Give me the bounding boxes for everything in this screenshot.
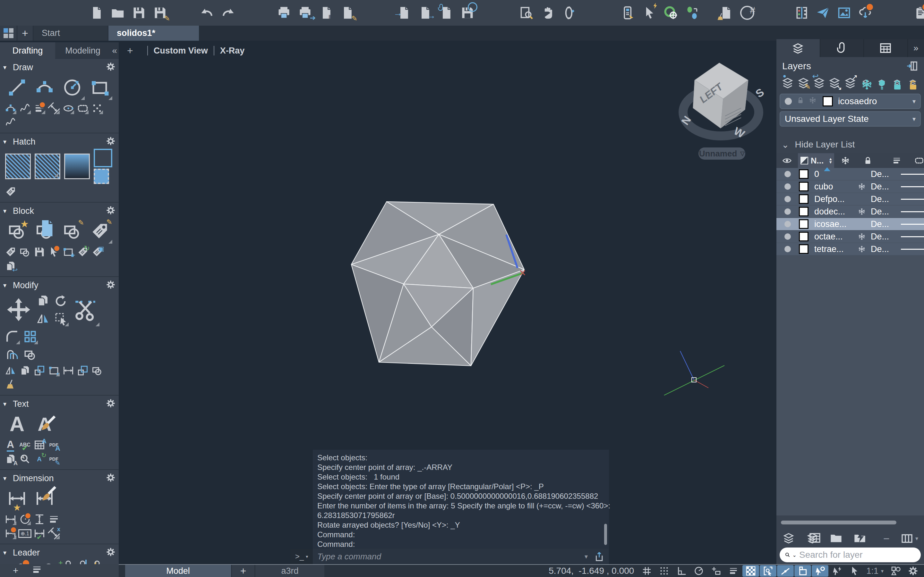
current-layer-dropdown[interactable]: icosaedro ▾ xyxy=(780,93,921,109)
replace-block-tool[interactable]: ▣ xyxy=(90,245,104,259)
break-tool[interactable] xyxy=(47,364,61,378)
freeze-cell[interactable] xyxy=(853,207,871,216)
collapse-palette-button[interactable]: « xyxy=(110,42,119,59)
explode-tool[interactable] xyxy=(21,346,39,364)
layer-color-label[interactable]: De... xyxy=(871,232,900,242)
array-tool[interactable] xyxy=(21,327,39,346)
zoom-window-icon[interactable] xyxy=(516,1,537,25)
sync-attributes-tool[interactable]: ↻ xyxy=(75,245,90,259)
layer-color-label[interactable]: De... xyxy=(871,194,900,204)
spline-tool[interactable] xyxy=(3,115,18,129)
text-style-tool[interactable]: A xyxy=(31,410,58,438)
edit-attribute-tool[interactable]: ✎ xyxy=(86,218,113,245)
arc-continue-tool[interactable] xyxy=(3,101,18,115)
osnap-cursor-toggle-icon[interactable] xyxy=(812,565,829,577)
attach-reference-icon[interactable] xyxy=(436,1,457,25)
attribute-display-tool[interactable] xyxy=(18,245,32,259)
add-leader-tool[interactable]: + xyxy=(58,559,73,564)
layer-list-horizontal-scrollbar[interactable] xyxy=(781,521,897,524)
layer-row[interactable]: cubo De... xyxy=(776,181,924,193)
freeze-cell[interactable] xyxy=(853,232,871,241)
gear-icon[interactable] xyxy=(106,473,115,484)
baseline-dimension-tool[interactable] xyxy=(32,512,47,526)
join-tool[interactable] xyxy=(61,364,75,378)
collapse-triangle-icon[interactable]: ▾ xyxy=(3,63,13,71)
stretch-tool[interactable] xyxy=(3,364,18,378)
layer-on-dot[interactable] xyxy=(776,246,799,252)
collapse-triangle-icon[interactable]: ▾ xyxy=(3,207,13,215)
text-sync-tool[interactable]: A↻ xyxy=(32,452,47,466)
rectangle-tool[interactable] xyxy=(86,74,113,101)
linear-dimension-tool[interactable] xyxy=(3,512,18,526)
offset-tool[interactable] xyxy=(3,346,21,364)
layer-row[interactable]: tetrae... De... xyxy=(776,243,924,255)
erase-tool[interactable] xyxy=(3,378,18,392)
single-line-text-tool[interactable]: A xyxy=(3,438,18,452)
annotation-scale-dropdown[interactable]: 1:1 ▾ xyxy=(866,566,884,576)
gear-icon[interactable] xyxy=(106,547,115,558)
activity-insights-icon[interactable] xyxy=(911,1,924,25)
spell-check-tool[interactable]: ABC✔ xyxy=(18,438,32,452)
snap-toggle-icon[interactable] xyxy=(656,565,672,577)
lock-column-header[interactable] xyxy=(857,156,879,165)
tag-tool[interactable] xyxy=(3,245,18,259)
rotate-tool[interactable] xyxy=(52,292,70,309)
settings-gear-icon[interactable] xyxy=(905,565,921,577)
multileader-style-tool[interactable] xyxy=(31,559,58,564)
drawing-tab-solidos1[interactable]: solidos1* xyxy=(108,26,199,41)
import-icon[interactable]: → xyxy=(393,1,415,25)
save-file-icon[interactable] xyxy=(128,1,150,25)
circle-tool[interactable] xyxy=(58,74,86,101)
palette-list-button[interactable] xyxy=(31,564,42,577)
dimension-check-tool[interactable]: ✔ xyxy=(32,526,47,540)
layer-lineweight[interactable] xyxy=(900,211,924,212)
layer-on-dot[interactable] xyxy=(776,183,799,190)
open-file-icon[interactable] xyxy=(107,1,128,25)
compare-drawings-icon[interactable] xyxy=(791,1,813,25)
page-setup-icon[interactable]: ▦ xyxy=(316,1,337,25)
measure-tool[interactable] xyxy=(47,101,61,115)
dock-panel-icon[interactable] xyxy=(906,60,918,72)
gradient-tool[interactable] xyxy=(64,153,90,179)
layer-search-input[interactable] xyxy=(798,550,916,560)
align-leaders-tool[interactable] xyxy=(73,559,87,564)
layer-manager-icon[interactable] xyxy=(806,532,819,546)
tool-sets-icon[interactable] xyxy=(618,1,639,25)
more-panels-button[interactable]: » xyxy=(908,39,924,57)
collapse-triangle-icon[interactable]: ▾ xyxy=(3,549,13,556)
object-snap-toggle-icon[interactable] xyxy=(708,565,724,577)
field-tool[interactable]: A xyxy=(32,438,47,452)
leader-lightning-tool[interactable] xyxy=(87,559,102,564)
hatch-image-tool[interactable] xyxy=(35,153,60,179)
save-to-web-icon[interactable] xyxy=(457,1,478,25)
layer-isolate-icon[interactable]: ↘ xyxy=(827,74,842,91)
arc-tool[interactable] xyxy=(31,74,58,101)
wipeout-tool[interactable] xyxy=(3,185,18,199)
move-tool[interactable] xyxy=(3,292,34,327)
convert-text-tool[interactable]: A xyxy=(3,452,18,466)
plot-icon[interactable] xyxy=(273,1,294,25)
layer-unlock-icon[interactable] xyxy=(905,74,920,91)
pdf-import-text-tool[interactable]: PDFA xyxy=(47,438,61,452)
layer-row[interactable]: octae... De... xyxy=(776,230,924,243)
layer-row[interactable]: 0 De... xyxy=(776,168,924,181)
gear-icon[interactable] xyxy=(106,62,115,73)
align-tool[interactable] xyxy=(75,364,90,378)
quick-select-icon[interactable] xyxy=(639,1,660,25)
create-block-tool[interactable] xyxy=(31,218,58,245)
3d-move-tool[interactable] xyxy=(18,364,32,378)
layer-color-swatch[interactable] xyxy=(799,194,809,204)
fillet-tool[interactable] xyxy=(3,327,21,346)
layer-color-label[interactable]: De... xyxy=(871,182,900,192)
plot-preview-icon[interactable]: ➔ xyxy=(294,1,316,25)
linetype-column-header[interactable] xyxy=(914,156,924,165)
new-drawing-tab-button[interactable]: + xyxy=(17,26,33,41)
add-palette-button[interactable]: + xyxy=(13,565,19,576)
layer-color-swatch[interactable] xyxy=(799,169,809,179)
boundary-tool[interactable] xyxy=(94,149,112,167)
layer-lineweight[interactable] xyxy=(900,174,924,175)
render-gallery-icon[interactable] xyxy=(834,1,855,25)
selection-toggle-icon[interactable] xyxy=(846,565,863,577)
layer-row[interactable]: Defpo... De... xyxy=(776,193,924,205)
point-tool[interactable] xyxy=(90,101,104,115)
